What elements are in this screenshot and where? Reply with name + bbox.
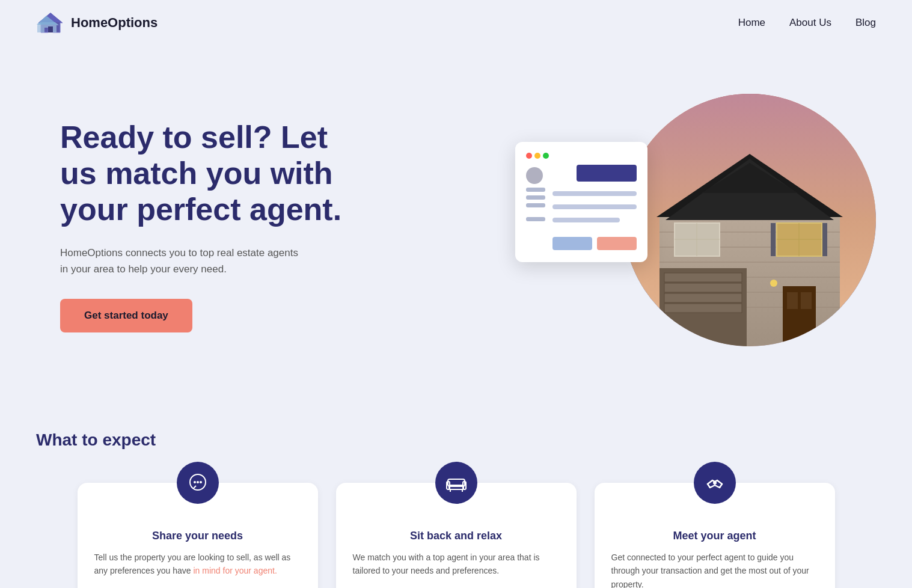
ui-sidebar-bar xyxy=(526,188,545,192)
svg-rect-5 xyxy=(48,26,53,32)
navbar: HomeOptions Home About Us Blog xyxy=(0,0,912,46)
relax-icon-circle xyxy=(435,462,477,504)
hero-heading: Ready to sell? Let us match you with you… xyxy=(60,120,373,227)
logo-text: HomeOptions xyxy=(71,15,158,31)
svg-rect-25 xyxy=(801,292,812,309)
house-svg xyxy=(623,94,876,346)
feature-card-relax: Sit back and relax We match you with a t… xyxy=(336,483,577,588)
svg-rect-19 xyxy=(664,273,742,282)
feature-cards: Share your needs Tell us the property yo… xyxy=(36,483,876,588)
ui-sidebar-bar4 xyxy=(526,217,545,221)
svg-rect-22 xyxy=(664,304,742,313)
meet-card-title: Meet your agent xyxy=(611,530,818,542)
cta-button[interactable]: Get started today xyxy=(60,299,192,332)
handshake-icon xyxy=(704,472,726,494)
dot-red xyxy=(526,153,532,159)
svg-rect-24 xyxy=(787,292,798,309)
section-title: What to expect xyxy=(36,430,876,450)
ui-line-2 xyxy=(552,204,637,209)
share-card-inner: Share your needs Tell us the property yo… xyxy=(94,501,301,578)
svg-rect-33 xyxy=(771,223,776,256)
hero-section: Ready to sell? Let us match you with you… xyxy=(0,46,912,406)
share-card-link[interactable]: in mind for your agent. xyxy=(194,566,277,575)
ui-card-dots xyxy=(526,153,637,159)
hero-subtext: HomeOptions connects you to top real est… xyxy=(60,245,301,277)
ui-sidebar-bar3 xyxy=(526,203,545,207)
svg-point-37 xyxy=(197,481,199,483)
nav-links: Home About Us Blog xyxy=(738,17,876,29)
logo[interactable]: HomeOptions xyxy=(36,11,158,35)
ui-sidebar-bar2 xyxy=(526,195,545,200)
meet-icon-circle xyxy=(694,462,736,504)
svg-rect-34 xyxy=(822,223,827,256)
sofa-icon xyxy=(445,472,467,494)
nav-item-about[interactable]: About Us xyxy=(789,17,831,29)
svg-point-26 xyxy=(770,280,777,287)
svg-point-38 xyxy=(200,481,202,483)
svg-point-45 xyxy=(713,481,717,485)
hero-right xyxy=(515,82,876,370)
feature-card-share: Share your needs Tell us the property yo… xyxy=(78,483,318,588)
nav-item-blog[interactable]: Blog xyxy=(855,17,876,29)
share-card-text: Tell us the property you are looking to … xyxy=(94,551,301,578)
relax-card-title: Sit back and relax xyxy=(353,530,560,542)
dot-yellow xyxy=(534,153,540,159)
house-image xyxy=(623,94,876,346)
meet-card-text: Get connected to your perfect agent to g… xyxy=(611,551,818,588)
relax-card-text: We match you with a top agent in your ar… xyxy=(353,551,560,578)
ui-card xyxy=(515,142,647,262)
svg-point-36 xyxy=(194,481,196,483)
nav-item-home[interactable]: Home xyxy=(738,17,765,29)
share-icon-circle xyxy=(177,462,219,504)
ui-avatar xyxy=(526,167,543,184)
ui-btn-blue xyxy=(552,237,592,250)
svg-rect-21 xyxy=(664,293,742,302)
ui-btn-pink xyxy=(597,237,637,250)
ui-line-1 xyxy=(552,191,637,196)
dot-green xyxy=(543,153,549,159)
ui-purple-block xyxy=(577,165,637,182)
svg-rect-20 xyxy=(664,283,742,292)
feature-card-meet: Meet your agent Get connected to your pe… xyxy=(595,483,835,588)
ui-line-3 xyxy=(552,218,620,222)
relax-card-inner: Sit back and relax We match you with a t… xyxy=(353,501,560,578)
meet-card-inner: Meet your agent Get connected to your pe… xyxy=(611,501,818,588)
chat-icon xyxy=(188,473,208,493)
share-card-title: Share your needs xyxy=(94,530,301,542)
ui-buttons-row xyxy=(552,237,637,250)
features-section: What to expect Share your needs Tell us … xyxy=(0,406,912,588)
logo-icon xyxy=(36,11,65,35)
hero-left: Ready to sell? Let us match you with you… xyxy=(60,120,373,332)
